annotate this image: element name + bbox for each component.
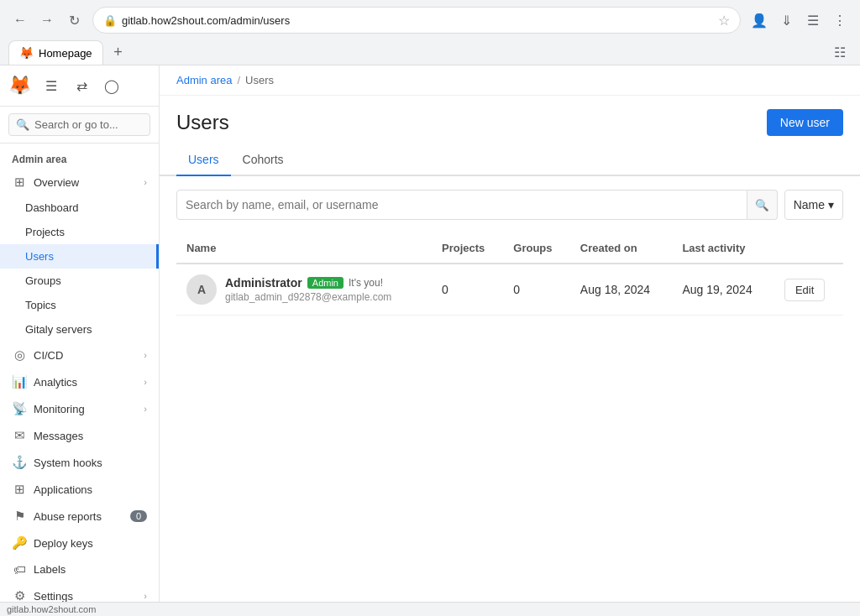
breadcrumb-current: Users: [245, 74, 274, 86]
breadcrumb: Admin area / Users: [160, 65, 860, 96]
cicd-icon: ◎: [12, 347, 27, 363]
sidebar-item-label: Users: [25, 250, 54, 263]
col-groups: Groups: [503, 233, 570, 264]
chevron-down-icon: ›: [144, 177, 147, 187]
sidebar-item-label: Applications: [34, 483, 92, 496]
sidebar-item-cicd[interactable]: ◎ CI/CD ›: [0, 342, 159, 368]
back-button[interactable]: ←: [8, 8, 32, 32]
admin-area-header[interactable]: Admin area: [0, 149, 159, 169]
sidebar-item-label: Projects: [25, 226, 65, 238]
sidebar-item-messages[interactable]: ✉ Messages: [0, 422, 159, 449]
content-area: 🔍 Name ▾ Name Projects Groups Created on…: [160, 176, 860, 602]
sidebar-item-monitoring[interactable]: 📡 Monitoring ›: [0, 395, 159, 422]
sidebar-item-label: Dashboard: [25, 201, 79, 214]
new-tab-button[interactable]: +: [107, 41, 130, 65]
security-icon: 🔒: [103, 14, 117, 27]
sort-button[interactable]: Name ▾: [784, 190, 843, 220]
menu-icon[interactable]: ⋮: [828, 8, 852, 32]
sidebar-item-label: Overview: [34, 176, 79, 189]
app-layout: 🦊 ☰ ⇄ ◯ 🔍 Search or go to... Admin area …: [0, 65, 860, 602]
overview-icon: ⊞: [12, 175, 27, 190]
tab-bar: 🦊 Homepage + ☷: [0, 40, 860, 65]
sidebar-item-topics[interactable]: Topics: [0, 293, 159, 317]
sidebar-item-abuse-reports[interactable]: ⚑ Abuse reports 0: [0, 503, 159, 530]
sidebar-item-applications[interactable]: ⊞ Applications: [0, 476, 159, 503]
gitlab-logo[interactable]: 🦊: [8, 75, 31, 97]
user-name-wrapper: Administrator Admin It's you! gitlab_adm…: [225, 276, 391, 303]
sidebar-item-users[interactable]: Users: [0, 244, 159, 269]
main-content: Admin area / Users Users New user Users …: [160, 65, 860, 602]
analytics-icon: 📊: [12, 374, 27, 389]
breadcrumb-separator: /: [237, 74, 240, 86]
sidebar-item-label: System hooks: [34, 457, 102, 469]
reload-button[interactable]: ↻: [62, 8, 86, 32]
sidebar-item-label: Labels: [34, 563, 66, 576]
table-header: Name Projects Groups Created on Last act…: [176, 233, 843, 264]
url-input[interactable]: [122, 14, 713, 27]
sidebar-search-button[interactable]: 🔍 Search or go to...: [8, 113, 150, 136]
tabs-bar: Users Cohorts: [160, 144, 860, 176]
avatar: A: [186, 274, 217, 305]
chevron-right-icon: ›: [144, 350, 147, 360]
users-table: Name Projects Groups Created on Last act…: [176, 233, 843, 316]
search-input[interactable]: [186, 198, 738, 211]
applications-icon: ⊞: [12, 482, 27, 497]
bookmark-icon[interactable]: ☆: [718, 13, 730, 29]
col-actions: [774, 233, 843, 264]
sidebar-top-icons: 🦊 ☰ ⇄ ◯: [0, 65, 159, 107]
user-name[interactable]: Administrator: [225, 276, 302, 290]
sidebar-item-labels[interactable]: 🏷 Labels: [0, 556, 159, 582]
tab-users[interactable]: Users: [176, 144, 231, 176]
abuse-reports-badge: 0: [130, 510, 147, 522]
extensions-icon[interactable]: ☰: [801, 8, 825, 32]
profile-icon[interactable]: 👤: [747, 8, 771, 32]
tab-cohorts[interactable]: Cohorts: [231, 144, 296, 176]
cell-actions: Edit: [774, 264, 843, 316]
tab-title: Homepage: [39, 47, 92, 60]
sidebar-item-dashboard[interactable]: Dashboard: [0, 196, 159, 220]
search-input-wrapper: [176, 190, 747, 220]
system-hooks-icon: ⚓: [12, 455, 27, 470]
browser-right-icons: 👤 ⇓ ☰ ⋮: [747, 8, 852, 32]
user-email: gitlab_admin_d92878@example.com: [225, 291, 391, 303]
edit-button[interactable]: Edit: [784, 279, 825, 301]
extensions-button[interactable]: ☷: [828, 41, 852, 65]
sidebar-item-gitaly[interactable]: Gitaly servers: [0, 317, 159, 342]
sidebar-item-system-hooks[interactable]: ⚓ System hooks: [0, 449, 159, 476]
browser-toolbar: ← → ↻ 🔒 ☆ 👤 ⇓ ☰ ⋮: [0, 0, 860, 40]
chevron-right-icon: ›: [144, 404, 147, 414]
merge-requests-icon[interactable]: ⇄: [68, 72, 95, 99]
sidebar-item-label: Monitoring: [34, 403, 85, 415]
browser-chrome: ← → ↻ 🔒 ☆ 👤 ⇓ ☰ ⋮ 🦊 Homepage + ☷: [0, 0, 860, 65]
sidebar-item-groups[interactable]: Groups: [0, 269, 159, 293]
sidebar-toggle-icon[interactable]: ☰: [38, 72, 65, 99]
sidebar-item-label: Abuse reports: [34, 510, 102, 523]
chevron-right-icon: ›: [144, 377, 147, 387]
sidebar-item-overview[interactable]: ⊞ Overview ›: [0, 169, 159, 196]
sidebar-item-analytics[interactable]: 📊 Analytics ›: [0, 368, 159, 395]
search-icon: 🔍: [16, 118, 29, 131]
table-body: A Administrator Admin It's you! gitlab_a…: [176, 264, 843, 316]
sidebar-search-area: 🔍 Search or go to...: [0, 107, 159, 144]
sidebar-item-label: Gitaly servers: [25, 323, 92, 336]
issues-icon[interactable]: ◯: [98, 72, 125, 99]
sort-label: Name: [794, 198, 825, 211]
cell-created-on: Aug 18, 2024: [570, 264, 673, 316]
address-bar[interactable]: 🔒 ☆: [92, 7, 741, 34]
active-tab[interactable]: 🦊 Homepage: [8, 40, 103, 65]
sidebar-item-deploy-keys[interactable]: 🔑 Deploy keys: [0, 530, 159, 556]
search-button[interactable]: 🔍: [747, 190, 778, 220]
breadcrumb-parent-link[interactable]: Admin area: [176, 74, 232, 86]
cell-projects: 0: [432, 264, 503, 316]
user-info: A Administrator Admin It's you! gitlab_a…: [186, 274, 422, 305]
download-icon[interactable]: ⇓: [774, 8, 798, 32]
sidebar-item-projects[interactable]: Projects: [0, 220, 159, 244]
sidebar-search-label: Search or go to...: [34, 118, 118, 131]
sidebar-item-settings[interactable]: ⚙ Settings ›: [0, 582, 159, 602]
sidebar-item-label: Groups: [25, 274, 61, 287]
forward-button[interactable]: →: [35, 8, 59, 32]
search-icon: 🔍: [755, 199, 769, 211]
sidebar-nav: Admin area ⊞ Overview › Dashboard Projec…: [0, 144, 159, 602]
status-bar-url: gitlab.how2shout.com: [7, 604, 96, 614]
new-user-button[interactable]: New user: [767, 109, 843, 136]
